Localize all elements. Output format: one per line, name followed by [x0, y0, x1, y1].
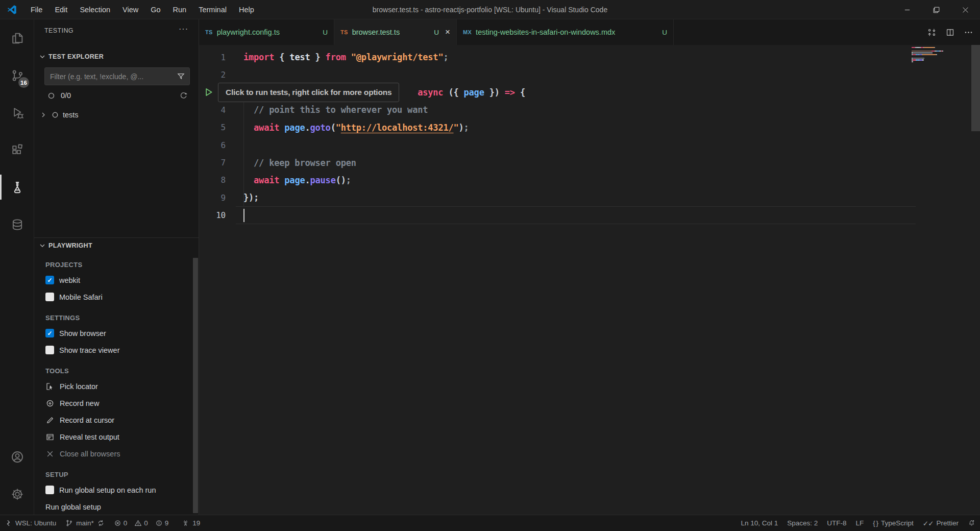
activity-extensions[interactable] [0, 131, 34, 168]
playwright-item-pick-locator[interactable]: Pick locator [45, 378, 197, 395]
remote-icon [5, 519, 12, 527]
activity-accounts[interactable] [0, 438, 34, 475]
playwright-item-show-browser[interactable]: ✓Show browser [45, 325, 197, 342]
test-filter-input[interactable] [50, 73, 177, 81]
status-formatter[interactable]: ✓✓Prettier [918, 515, 963, 531]
status-branch[interactable]: main* [61, 515, 109, 531]
window-title: browser.test.ts - astro-reactjs-portfoli… [373, 6, 607, 14]
account-icon [10, 450, 24, 464]
status-encoding[interactable]: UTF-8 [822, 515, 851, 531]
branch-icon [65, 519, 73, 527]
status-language[interactable]: { }TypeScript [868, 515, 918, 531]
minimap-line [912, 61, 969, 62]
playwright-item-record-new[interactable]: Record new [45, 395, 197, 412]
minimize-window-button[interactable] [893, 0, 922, 19]
output-icon [45, 432, 55, 442]
line-content: await page.pause(); [243, 175, 351, 185]
unchecked-checkbox[interactable] [45, 346, 54, 354]
menu-run[interactable]: Run [167, 0, 193, 19]
status-indentation[interactable]: Spaces: 2 [782, 515, 822, 531]
code-line-2: 2 [199, 66, 980, 83]
status-problems[interactable]: 009 [109, 515, 178, 531]
testing-sidebar: TESTING ··· TEST EXPLORER 0/0 [34, 19, 199, 515]
playwright-item-webkit[interactable]: ✓webkit [45, 272, 197, 288]
info-icon [155, 519, 163, 527]
code-editor[interactable]: 1import { test } from "@playwright/test"… [199, 45, 980, 515]
status-bar: WSL: Ubuntumain*00919 Ln 10, Col 1Spaces… [0, 515, 980, 531]
open-changes-button[interactable] [924, 25, 939, 40]
status-ports[interactable]: 19 [177, 515, 205, 531]
checked-checkbox[interactable]: ✓ [45, 276, 54, 284]
label: Run global setup on each run [59, 486, 156, 494]
restore-window-button[interactable] [922, 0, 951, 19]
playwright-item-reveal-test-output[interactable]: Reveal test output [45, 428, 197, 445]
status-eol[interactable]: LF [851, 515, 869, 531]
circle-outline-icon [47, 92, 55, 100]
playwright-section-header[interactable]: PLAYWRIGHT [34, 238, 199, 253]
unchecked-checkbox[interactable] [45, 486, 54, 494]
tab-playwright-config[interactable]: TSplaywright.config.tsU [199, 19, 334, 45]
close-tab-icon[interactable]: × [445, 27, 450, 37]
tab-browser-test[interactable]: TSbrowser.test.tsU× [334, 19, 457, 45]
minimap-line [912, 54, 969, 55]
menu-selection[interactable]: Selection [74, 0, 116, 19]
activity-run-and-debug[interactable] [0, 94, 34, 131]
playwright-item-show-trace-viewer[interactable]: Show trace viewer [45, 342, 197, 358]
rerun-tests-icon[interactable] [179, 91, 188, 100]
playwright-subheader-tools: TOOLS [45, 364, 197, 378]
explorer-icon [10, 31, 24, 45]
label: TypeScript [881, 519, 914, 527]
run-test-button[interactable] [203, 87, 214, 98]
label: Close all browsers [60, 450, 120, 458]
activity-source-control[interactable]: 16 [0, 57, 34, 94]
status-cursor-position[interactable]: Ln 10, Col 1 [736, 515, 782, 531]
tests-tree-item[interactable]: tests [39, 107, 79, 123]
status-notifications[interactable] [963, 515, 980, 531]
playwright-item-run-global-setup-on-each-run[interactable]: Run global setup on each run [45, 481, 197, 498]
code-line-1: 1import { test } from "@playwright/test"… [199, 49, 980, 66]
playwright-item-record-at-cursor[interactable]: Record at cursor [45, 412, 197, 428]
double-check-icon: ✓✓ [923, 519, 934, 527]
checked-checkbox[interactable]: ✓ [45, 329, 54, 337]
activity-testing[interactable] [0, 168, 34, 206]
test-explorer-section-header[interactable]: TEST EXPLORER [38, 49, 104, 64]
menu-terminal[interactable]: Terminal [192, 0, 233, 19]
sidebar-scrollbar[interactable] [193, 258, 198, 513]
label: Spaces: 2 [787, 519, 818, 527]
minimap[interactable] [912, 47, 969, 65]
split-editor-button[interactable] [942, 25, 958, 40]
menu-help[interactable]: Help [233, 0, 260, 19]
line-number: 9 [199, 193, 231, 203]
code-line-6: 6 [199, 136, 980, 154]
playwright-item-mobile-safari[interactable]: Mobile Safari [45, 288, 197, 305]
unchecked-checkbox[interactable] [45, 293, 54, 301]
menu-go[interactable]: Go [144, 0, 166, 19]
sidebar-more-actions-button[interactable]: ··· [179, 25, 188, 34]
status-remote[interactable]: WSL: Ubuntu [0, 515, 61, 531]
activity-explorer[interactable] [0, 19, 34, 57]
activity-database[interactable] [0, 206, 34, 243]
menu-edit[interactable]: Edit [48, 0, 74, 19]
count: 0 [144, 519, 148, 527]
playwright-item-run-global-setup[interactable]: Run global setup [45, 498, 197, 515]
file-type-icon: MX [463, 29, 472, 35]
ellipsis-icon [964, 28, 973, 37]
line-number: 5 [199, 123, 231, 132]
minimap-line [912, 58, 969, 59]
menu-file[interactable]: File [24, 0, 48, 19]
minimap-line [912, 52, 969, 53]
activity-manage[interactable] [0, 475, 34, 513]
close-window-button[interactable] [951, 0, 980, 19]
circle-outline-icon [52, 111, 59, 118]
minimap-line [912, 49, 969, 50]
menu-view[interactable]: View [116, 0, 144, 19]
title-bar: FileEditSelectionViewGoRunTerminalHelp b… [0, 0, 980, 19]
editor-scrollbar[interactable] [971, 45, 980, 131]
tab-mdx[interactable]: MXtesting-websites-in-safari-on-windows.… [457, 19, 674, 45]
bell-icon [968, 519, 975, 527]
playwright-item-close-all-browsers[interactable]: Close all browsers [45, 445, 197, 462]
filter-icon[interactable] [177, 72, 185, 81]
test-run-summary[interactable]: 0/0 [47, 88, 191, 103]
code-line-8: 8 await page.pause(); [199, 172, 980, 189]
more-actions-button[interactable] [961, 25, 976, 40]
